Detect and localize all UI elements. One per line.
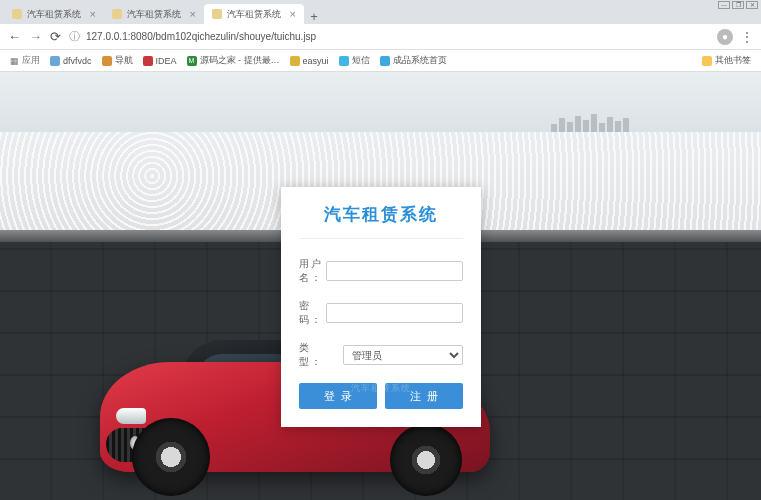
password-row: 密 码： bbox=[299, 299, 463, 327]
address-bar: ← → ⟳ ⓘ 127.0.0.1:8080/bdm102qichezulin/… bbox=[0, 24, 761, 50]
close-icon[interactable]: × bbox=[184, 8, 196, 20]
tab-bar: 汽车租赁系统 × 汽车租赁系统 × 汽车租赁系统 × + bbox=[0, 0, 761, 24]
other-bookmarks-button[interactable]: 其他书签 bbox=[702, 54, 751, 67]
username-input[interactable] bbox=[326, 261, 463, 281]
page-content: 汽车租赁系统 用户名： 密 码： 类 型： 管理员 登录 注册 汽车租赁系统 bbox=[0, 72, 761, 500]
bookmark-label: 导航 bbox=[115, 54, 133, 67]
browser-tab-2[interactable]: 汽车租赁系统 × bbox=[204, 4, 304, 24]
apps-icon: ▦ bbox=[10, 56, 19, 66]
browser-menu-button[interactable]: ⋮ bbox=[741, 30, 753, 44]
bookmark-item-5[interactable]: 短信 bbox=[339, 54, 370, 67]
tab-title: 汽车租赁系统 bbox=[27, 8, 81, 21]
bookmark-label: 短信 bbox=[352, 54, 370, 67]
bookmark-icon bbox=[290, 56, 300, 66]
window-close-button[interactable]: ✕ bbox=[746, 1, 758, 9]
bookmark-icon bbox=[339, 56, 349, 66]
bookmark-item-6[interactable]: 成品系统首页 bbox=[380, 54, 447, 67]
url-text: 127.0.0.1:8080/bdm102qichezulin/shouye/t… bbox=[86, 31, 316, 42]
type-row: 类 型： 管理员 bbox=[299, 341, 463, 369]
close-icon[interactable]: × bbox=[284, 8, 296, 20]
type-select[interactable]: 管理员 bbox=[343, 345, 463, 365]
bookmark-icon bbox=[102, 56, 112, 66]
favicon-icon bbox=[12, 9, 22, 19]
window-controls: — ❐ ✕ bbox=[715, 0, 761, 10]
bookmark-item-2[interactable]: IDEA bbox=[143, 56, 177, 66]
background-skyline bbox=[551, 112, 731, 132]
bookmark-item-0[interactable]: dfvfvdc bbox=[50, 56, 92, 66]
url-input[interactable]: ⓘ 127.0.0.1:8080/bdm102qichezulin/shouye… bbox=[69, 29, 709, 44]
tab-title: 汽车租赁系统 bbox=[127, 8, 181, 21]
window-minimize-button[interactable]: — bbox=[718, 1, 730, 9]
bookmark-label: 源码之家 - 提供最… bbox=[200, 54, 280, 67]
apps-label: 应用 bbox=[22, 54, 40, 67]
new-tab-button[interactable]: + bbox=[304, 9, 324, 24]
bookmark-item-3[interactable]: M源码之家 - 提供最… bbox=[187, 54, 280, 67]
bookmark-icon bbox=[143, 56, 153, 66]
password-input[interactable] bbox=[326, 303, 463, 323]
folder-icon bbox=[702, 56, 712, 66]
browser-tab-1[interactable]: 汽车租赁系统 × bbox=[104, 4, 204, 24]
other-bookmarks-label: 其他书签 bbox=[715, 54, 751, 67]
password-label: 密 码： bbox=[299, 299, 326, 327]
back-button[interactable]: ← bbox=[8, 29, 21, 44]
tab-title: 汽车租赁系统 bbox=[227, 8, 281, 21]
profile-avatar-button[interactable]: ● bbox=[717, 29, 733, 45]
reload-button[interactable]: ⟳ bbox=[50, 29, 61, 44]
bookmarks-bar: ▦ 应用 dfvfvdc 导航 IDEA M源码之家 - 提供最… easyui… bbox=[0, 50, 761, 72]
browser-tab-0[interactable]: 汽车租赁系统 × bbox=[4, 4, 104, 24]
username-row: 用户名： bbox=[299, 257, 463, 285]
bookmark-icon bbox=[380, 56, 390, 66]
bookmark-label: easyui bbox=[303, 56, 329, 66]
window-maximize-button[interactable]: ❐ bbox=[732, 1, 744, 9]
site-info-icon[interactable]: ⓘ bbox=[69, 29, 80, 44]
watermark-text: 汽车租赁系统 bbox=[351, 382, 411, 395]
username-label: 用户名： bbox=[299, 257, 326, 285]
forward-button[interactable]: → bbox=[29, 29, 42, 44]
favicon-icon bbox=[212, 9, 222, 19]
bookmark-label: 成品系统首页 bbox=[393, 54, 447, 67]
favicon-icon bbox=[112, 9, 122, 19]
bookmark-item-4[interactable]: easyui bbox=[290, 56, 329, 66]
bookmark-icon bbox=[50, 56, 60, 66]
apps-button[interactable]: ▦ 应用 bbox=[10, 54, 40, 67]
bookmark-label: IDEA bbox=[156, 56, 177, 66]
bookmark-icon: M bbox=[187, 56, 197, 66]
bookmark-item-1[interactable]: 导航 bbox=[102, 54, 133, 67]
bookmark-label: dfvfvdc bbox=[63, 56, 92, 66]
type-label: 类 型： bbox=[299, 341, 343, 369]
close-icon[interactable]: × bbox=[84, 8, 96, 20]
login-title: 汽车租赁系统 bbox=[299, 203, 463, 239]
